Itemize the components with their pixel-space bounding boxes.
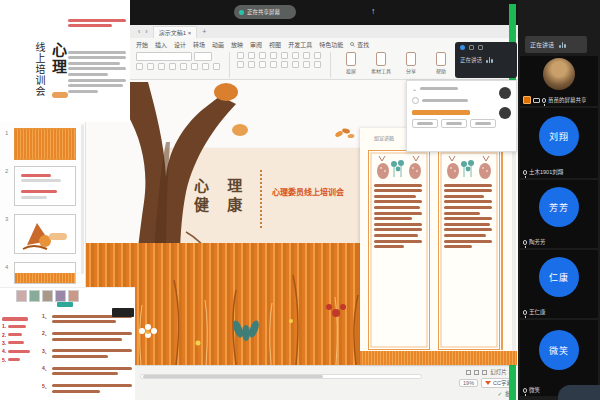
share-border-bottom	[509, 363, 516, 400]
meeting-popup-panel[interactable]: ⌄ ⋯	[406, 80, 517, 152]
screen-share-badge-icon	[523, 96, 531, 104]
font-style-buttons[interactable]	[136, 63, 222, 70]
thumbnail-scrollbar[interactable]	[81, 124, 84, 274]
mic-icon	[523, 310, 527, 315]
ribbon-tab-dev[interactable]: 开发工具	[288, 40, 312, 49]
paragraph-buttons-top[interactable]	[237, 52, 323, 59]
slide-thumb-3[interactable]: 3	[14, 214, 76, 254]
nav-forward-icon[interactable]: ›	[145, 28, 147, 35]
nav-back-icon[interactable]: ‹	[138, 28, 140, 35]
tool-assets-button[interactable]: 素材工具	[368, 52, 394, 74]
find-button[interactable]: 查找	[350, 40, 369, 49]
tool-share-button[interactable]: 分享	[398, 52, 424, 74]
meeting-floating-panel[interactable]: 正在讲话	[455, 42, 517, 78]
chat-bubble-corner[interactable]	[558, 385, 600, 400]
zoom-level[interactable]: 19%	[459, 379, 478, 387]
view-switch-row[interactable]: 幻灯片 1/4	[428, 368, 516, 376]
ribbon-tab-slideshow[interactable]: 放映	[231, 40, 243, 49]
font-color-icon	[180, 63, 187, 70]
deer-slide-window[interactable]: 组宣讲稿	[360, 128, 517, 365]
align-center-icon	[248, 52, 255, 59]
tool-cast-button[interactable]: 投屏	[338, 52, 364, 74]
wps-document-tabs[interactable]: ‹ › 演示文稿1 × +	[130, 25, 518, 38]
deer-window-meadow-strip	[360, 351, 517, 365]
align-left-icon	[237, 52, 244, 59]
thumb-3-fox-illustration	[15, 215, 75, 253]
select-icon	[314, 61, 321, 68]
speaking-indicator: 正在讲话	[525, 36, 587, 53]
font-name-select[interactable]	[136, 52, 192, 61]
shape-outline-icon	[281, 61, 288, 68]
number-list-icon	[292, 52, 299, 59]
shape-fill-icon	[270, 61, 277, 68]
italic-icon	[147, 63, 154, 70]
screen-share-banner[interactable]: 正在共享屏幕	[234, 5, 296, 19]
indent-icon	[303, 52, 310, 59]
ribbon-tab-features[interactable]: 特色功能	[319, 40, 343, 49]
font-size-select[interactable]	[194, 52, 212, 61]
deer-illustration	[374, 155, 424, 181]
slide-thumb-4[interactable]: 4	[14, 262, 76, 284]
slide-subtitle: 心理委员线上培训会	[272, 186, 344, 197]
popup-button-2	[441, 119, 467, 128]
ribbon-tab-view[interactable]: 视图	[269, 40, 281, 49]
new-tab-button[interactable]: +	[202, 28, 206, 35]
participant-name: 陶芳芳	[529, 238, 546, 246]
document-tab[interactable]: 演示文稿1 ×	[153, 26, 198, 38]
share-icon	[406, 52, 416, 66]
toolbox-icon	[376, 52, 386, 66]
slide-thumb-2[interactable]: 2	[14, 166, 76, 206]
highlight-icon	[191, 63, 198, 70]
help-icon	[436, 52, 446, 66]
red-list: 1. 2. 3. 4. 5.	[2, 314, 38, 365]
slide-sorter-icon	[474, 370, 479, 375]
justify-icon	[270, 52, 277, 59]
share-circle-button	[499, 107, 511, 119]
participant-name: 苗苗的屏幕共享	[548, 96, 587, 104]
chevron-down-icon[interactable]: ⌄	[412, 85, 417, 92]
horizontal-scrollbar[interactable]	[140, 374, 422, 379]
doc-window-bottom[interactable]: 1. 2. 3. 4. 5. 1、 2、 3、 4、 5、	[0, 287, 135, 400]
ribbon-tab-animation[interactable]: 动画	[212, 40, 224, 49]
participant-tile-sharer[interactable]: 苗苗的屏幕共享	[520, 56, 598, 106]
phone-icon	[346, 52, 356, 66]
photo-strip	[16, 290, 79, 302]
share-status-icon	[239, 10, 244, 15]
mic-icon	[523, 388, 527, 393]
popup-side-buttons[interactable]	[497, 87, 513, 119]
ribbon-tab-insert[interactable]: 插入	[155, 40, 167, 49]
ribbon-tab-review[interactable]: 审阅	[250, 40, 262, 49]
tool-help-button[interactable]: 帮助	[428, 52, 454, 74]
ribbon-tab-design[interactable]: 设计	[174, 40, 186, 49]
phone-icon	[412, 97, 419, 104]
outdent-icon	[314, 52, 321, 59]
floating-panel-icons[interactable]	[460, 45, 512, 50]
ribbon-tab-transition[interactable]: 转场	[193, 40, 205, 49]
quick-style-icon	[303, 61, 310, 68]
participant-name: 微笑	[529, 386, 540, 394]
participant-name: 王仁康	[529, 308, 546, 316]
participant-tile[interactable]: 芳芳 陶芳芳	[520, 180, 598, 248]
participant-name: 土木1901刘翔	[529, 168, 563, 176]
wps-titlebar[interactable]: 正在共享屏幕 ↑	[130, 0, 518, 25]
audio-wave-icon	[559, 42, 566, 48]
participant-tile[interactable]: 仁康 王仁康	[520, 250, 598, 318]
mic-icon	[542, 98, 546, 103]
caption-icon	[485, 381, 491, 385]
deer-card-left	[368, 150, 430, 350]
collapse-arrow-icon[interactable]: ↑	[371, 6, 376, 16]
deer-illustration	[444, 155, 494, 181]
paragraph-buttons-bottom[interactable]	[237, 61, 323, 68]
columns-icon	[248, 61, 255, 68]
deer-card-right	[438, 150, 500, 350]
search-icon	[350, 42, 355, 47]
black-chip	[112, 308, 134, 317]
note-toggle[interactable]: ✓ 批注	[428, 390, 516, 398]
slide-thumb-1[interactable]: 1	[14, 128, 76, 160]
thumb-1-preview	[15, 129, 75, 159]
deer-window-scrollbar[interactable]	[512, 148, 516, 353]
participant-tile[interactable]: 刘翔 土木1901刘翔	[520, 108, 598, 178]
slide-thumbnail-panel[interactable]: 1 2 3 4	[0, 122, 86, 287]
ribbon-tab-home[interactable]: 开始	[136, 40, 148, 49]
popup-buttons[interactable]	[412, 119, 511, 128]
